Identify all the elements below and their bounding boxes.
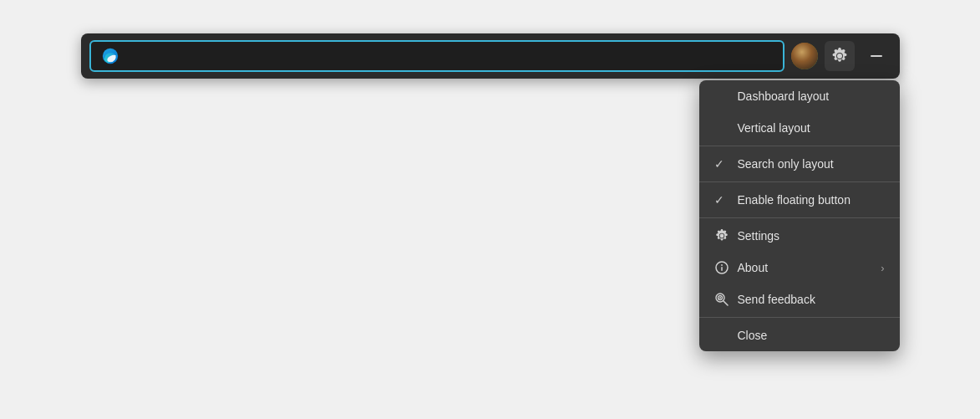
avatar-image [791, 43, 818, 69]
search-bar[interactable] [89, 40, 785, 72]
avatar[interactable] [791, 43, 818, 69]
menu-item-about[interactable]: About › [699, 252, 900, 284]
feedback-icon [714, 293, 729, 306]
menu-label-close: Close [738, 329, 885, 342]
menu-label-search-only-layout: Search only layout [738, 157, 885, 171]
dropdown-menu: Dashboard layout Vertical layout ✓ Searc… [699, 80, 900, 351]
search-input[interactable] [126, 49, 773, 64]
settings-button[interactable] [825, 41, 855, 71]
info-icon [714, 261, 729, 274]
menu-divider-4 [699, 317, 900, 318]
menu-item-settings[interactable]: Settings [699, 220, 900, 252]
menu-label-send-feedback: Send feedback [738, 293, 885, 306]
menu-item-close[interactable]: Close [699, 319, 900, 351]
svg-rect-3 [721, 267, 723, 271]
menu-item-dashboard-layout[interactable]: Dashboard layout [699, 80, 900, 112]
toolbar [81, 33, 900, 79]
menu-label-settings: Settings [738, 229, 885, 243]
menu-label-enable-floating-button: Enable floating button [738, 193, 885, 207]
menu-label-dashboard-layout: Dashboard layout [738, 89, 885, 103]
main-container: Dashboard layout Vertical layout ✓ Searc… [81, 33, 900, 79]
svg-point-8 [719, 297, 721, 299]
checkmark-icon: ✓ [714, 157, 729, 171]
svg-line-7 [724, 301, 728, 305]
minimize-button[interactable] [861, 41, 891, 71]
gear-icon [831, 48, 848, 64]
menu-item-vertical-layout[interactable]: Vertical layout [699, 112, 900, 144]
menu-item-send-feedback[interactable]: Send feedback [699, 284, 900, 315]
menu-divider-1 [699, 146, 900, 146]
edge-logo-icon [101, 47, 119, 65]
menu-item-search-only-layout[interactable]: ✓ Search only layout [699, 148, 900, 180]
minimize-icon [870, 49, 883, 63]
menu-label-about: About [738, 261, 873, 274]
menu-label-vertical-layout: Vertical layout [738, 121, 885, 135]
menu-divider-3 [699, 217, 900, 218]
svg-point-4 [721, 264, 723, 266]
checkmark-icon-2: ✓ [714, 193, 729, 207]
menu-divider-2 [699, 181, 900, 182]
menu-item-enable-floating-button[interactable]: ✓ Enable floating button [699, 184, 900, 216]
settings-icon [714, 229, 729, 243]
chevron-right-icon: › [881, 262, 884, 274]
